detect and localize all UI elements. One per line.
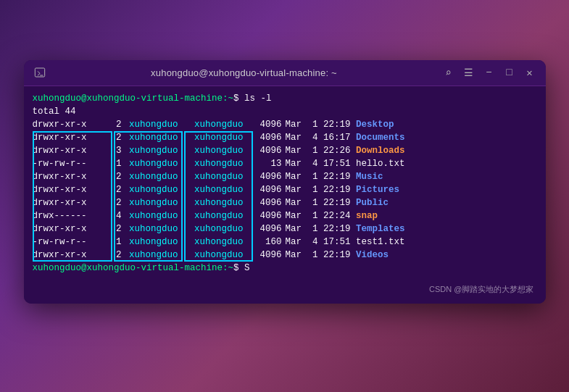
file-name: snap [356, 209, 378, 222]
table-row: -rw-rw-r-- 1 xuhongduo xuhongduo 160Mar … [33, 235, 537, 249]
table-row: drwx------ 4 xuhongduo xuhongduo 4096Mar… [33, 209, 537, 222]
table-row: drwxr-xr-x 2 xuhongduo xuhongduo 4096Mar… [33, 131, 537, 144]
prompt-line: xuhongduo@xuhongduo-virtual-machine:~$ l… [33, 92, 537, 105]
file-name: Desktop [356, 118, 394, 131]
maximize-button[interactable]: □ [502, 65, 516, 80]
file-name: Videos [356, 249, 389, 262]
svg-rect-0 [35, 68, 44, 77]
table-row: drwxr-xr-x 2 xuhongduo xuhongduo 4096Mar… [33, 222, 537, 235]
col-user: xuhongduo [124, 118, 189, 131]
col-grp: xuhongduo [189, 249, 254, 262]
col-user: xuhongduo [124, 196, 189, 209]
col-user: xuhongduo [124, 235, 189, 249]
table-row: drwxr-xr-x 2 xuhongduo xuhongduo 4096Mar… [33, 183, 537, 196]
col-perm: -rw-rw-r-- [33, 235, 111, 249]
col-grp: xuhongduo [189, 235, 254, 249]
window-controls: ⌕ ☰ − □ ✕ [441, 65, 536, 80]
col-perm: drwx------ [33, 209, 111, 222]
table-row: drwxr-xr-x 2 xuhongduo xuhongduo 4096Mar… [33, 196, 537, 209]
prompt-cmd: $ ls -l [233, 92, 272, 105]
next-prompt-line: xuhongduo@xuhongduo-virtual-machine:~$ S [33, 262, 537, 275]
table-row: drwxr-xr-x 2 xuhongduo xuhongduo 4096Mar… [33, 249, 537, 262]
total-text: total 44 [33, 105, 76, 118]
terminal-svg-icon [34, 67, 46, 78]
col-user: xuhongduo [124, 249, 189, 262]
search-button[interactable]: ⌕ [441, 65, 455, 80]
col-user: xuhongduo [124, 157, 189, 170]
file-name: Music [356, 170, 383, 183]
col-perm: drwxr-xr-x [33, 170, 111, 183]
file-name: Documents [356, 131, 405, 144]
col-grp: xuhongduo [189, 170, 254, 183]
col-perm: drwxr-xr-x [33, 183, 111, 196]
file-name: Public [356, 196, 389, 209]
col-perm: drwxr-xr-x [33, 131, 111, 144]
file-listing: drwxr-xr-x 2 xuhongduo xuhongduo 4096Mar… [33, 118, 537, 262]
next-prompt-user: xuhongduo@xuhongduo-virtual-machine:~ [33, 262, 234, 275]
col-perm: -rw-rw-r-- [33, 157, 111, 170]
col-grp: xuhongduo [189, 157, 254, 170]
total-line: total 44 [33, 105, 537, 118]
col-grp: xuhongduo [189, 131, 254, 144]
col-perm: drwxr-xr-x [33, 144, 111, 157]
file-name: Downloads [356, 144, 405, 157]
col-grp: xuhongduo [189, 183, 254, 196]
table-row: drwxr-xr-x 2 xuhongduo xuhongduo 4096Mar… [33, 118, 537, 131]
close-button[interactable]: ✕ [522, 65, 536, 80]
col-user: xuhongduo [124, 183, 189, 196]
col-perm: drwxr-xr-x [33, 249, 111, 262]
next-prompt-cmd: $ S [233, 262, 250, 275]
file-name: Pictures [356, 183, 399, 196]
table-row: drwxr-xr-x 3 xuhongduo xuhongduo 4096Mar… [33, 144, 537, 157]
title-bar-left [33, 65, 47, 80]
file-name: Templates [356, 222, 405, 235]
col-grp: xuhongduo [189, 144, 254, 157]
window-title: xuhongduo@xuhongduo-virtual-machine: ~ [151, 67, 337, 78]
col-grp: xuhongduo [189, 118, 254, 131]
col-perm: drwxr-xr-x [33, 118, 111, 131]
col-user: xuhongduo [124, 222, 189, 235]
col-grp: xuhongduo [189, 222, 254, 235]
prompt-user: xuhongduo@xuhongduo-virtual-machine:~ [33, 92, 234, 105]
title-bar: xuhongduo@xuhongduo-virtual-machine: ~ ⌕… [24, 60, 546, 86]
menu-button[interactable]: ☰ [461, 65, 475, 80]
col-perm: drwxr-xr-x [33, 196, 111, 209]
col-user: xuhongduo [124, 131, 189, 144]
col-user: xuhongduo [124, 209, 189, 222]
table-row: -rw-rw-r-- 1 xuhongduo xuhongduo 13Mar 4… [33, 157, 537, 170]
col-grp: xuhongduo [189, 196, 254, 209]
table-row: drwxr-xr-x 2 xuhongduo xuhongduo 4096Mar… [33, 170, 537, 183]
col-perm: drwxr-xr-x [33, 222, 111, 235]
file-name: test1.txt [356, 235, 405, 249]
terminal-window: xuhongduo@xuhongduo-virtual-machine: ~ ⌕… [24, 60, 546, 304]
col-user: xuhongduo [124, 170, 189, 183]
watermark: CSDN @脚踏实地的大梦想家 [429, 284, 533, 295]
col-user: xuhongduo [124, 144, 189, 157]
col-grp: xuhongduo [189, 209, 254, 222]
file-name: hello.txt [356, 157, 405, 170]
minimize-button[interactable]: − [481, 65, 496, 80]
terminal-body[interactable]: xuhongduo@xuhongduo-virtual-machine:~$ l… [24, 86, 546, 304]
terminal-icon [33, 65, 47, 80]
